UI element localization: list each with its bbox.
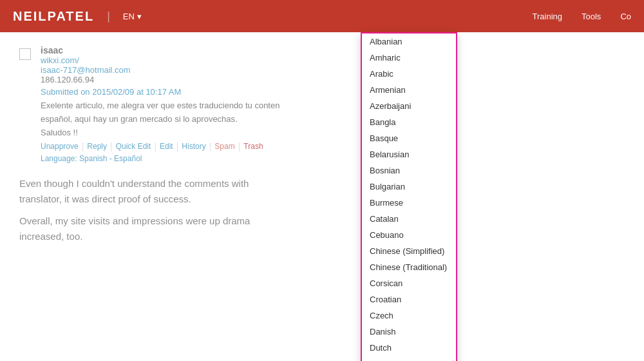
dropdown-item[interactable]: Czech	[362, 307, 456, 324]
nav-tools[interactable]: Tools	[582, 12, 601, 21]
nav-training[interactable]: Training	[533, 12, 562, 21]
comment-actions: Unapprove | Reply | Quick Edit | Edit | …	[41, 141, 625, 151]
commenter-email[interactable]: isaac-717@hotmail.com	[41, 65, 625, 75]
reply-link[interactable]: Reply	[87, 142, 107, 151]
dropdown-item[interactable]: English	[362, 356, 456, 361]
commenter-ip: 186.120.66.94	[41, 75, 625, 84]
dropdown-item[interactable]: Basque	[362, 130, 456, 146]
unapprove-link[interactable]: Unapprove	[41, 142, 79, 151]
body-para-2: Overall, my site visits and impressions …	[19, 213, 367, 244]
dropdown-item[interactable]: Bosnian	[362, 162, 456, 179]
header-nav: Training Tools Co	[533, 12, 631, 21]
comment-body: isaac wikxi.com/ isaac-717@hotmail.com 1…	[41, 45, 625, 163]
comment-saludos: Saludos !!	[41, 128, 388, 137]
dropdown-item[interactable]: Bulgarian	[362, 179, 456, 195]
header-divider: |	[107, 10, 110, 23]
dropdown-item[interactable]: Chinese (Traditional)	[362, 259, 456, 275]
dropdown-item[interactable]: Armenian	[362, 82, 456, 98]
date-link[interactable]: 2015/02/09	[92, 87, 134, 97]
submitted-date: Submitted on 2015/02/09 at 10:17 AM	[41, 87, 625, 97]
dropdown-item[interactable]: Catalan	[362, 211, 456, 227]
edit-link[interactable]: Edit	[160, 142, 173, 151]
comment-checkbox[interactable]	[19, 48, 31, 60]
dropdown-item[interactable]: Danish	[362, 324, 456, 340]
comment-text-2: español, aquí hay un gran mercado si lo …	[41, 114, 388, 124]
main-content: isaac wikxi.com/ isaac-717@hotmail.com 1…	[0, 32, 644, 361]
chevron-down-icon: ▾	[137, 12, 142, 21]
site-logo: NEILPATEL	[13, 9, 94, 24]
language-dropdown[interactable]: AlbanianAmharicArabicArmenianAzerbaijani…	[361, 32, 457, 361]
commenter-url[interactable]: wikxi.com/	[41, 55, 625, 65]
dropdown-item[interactable]: Cebuano	[362, 227, 456, 243]
dropdown-item[interactable]: Corsican	[362, 275, 456, 291]
comment-text-1: Exelente articulo, me alegra ver que est…	[41, 101, 388, 110]
dropdown-item[interactable]: Azerbaijani	[362, 98, 456, 114]
language-value[interactable]: Spanish - Español	[79, 154, 142, 163]
dropdown-item[interactable]: Albanian	[362, 34, 456, 50]
dropdown-item[interactable]: Belarusian	[362, 146, 456, 162]
dropdown-item[interactable]: Amharic	[362, 50, 456, 66]
dropdown-item[interactable]: Bangla	[362, 114, 456, 130]
dropdown-item[interactable]: Arabic	[362, 66, 456, 82]
dropdown-item[interactable]: Chinese (Simplified)	[362, 243, 456, 259]
language-row: Language: Spanish - Español	[41, 154, 625, 163]
dropdown-item[interactable]: Croatian	[362, 291, 456, 307]
quick-edit-link[interactable]: Quick Edit	[116, 142, 151, 151]
spam-link[interactable]: Spam	[214, 142, 234, 151]
language-selector[interactable]: EN ▾	[123, 12, 142, 21]
history-link[interactable]: History	[182, 142, 205, 151]
dropdown-item[interactable]: Dutch	[362, 340, 456, 356]
trash-link[interactable]: Trash	[243, 142, 263, 151]
commenter-name: isaac	[41, 45, 625, 55]
comment-block: isaac wikxi.com/ isaac-717@hotmail.com 1…	[19, 45, 625, 163]
dropdown-item[interactable]: Burmese	[362, 195, 456, 211]
lang-label: EN	[123, 12, 135, 21]
header: NEILPATEL | EN ▾ Training Tools Co	[0, 0, 644, 32]
nav-co[interactable]: Co	[620, 12, 631, 21]
body-para-1: Even though I couldn't understand the co…	[19, 176, 367, 207]
